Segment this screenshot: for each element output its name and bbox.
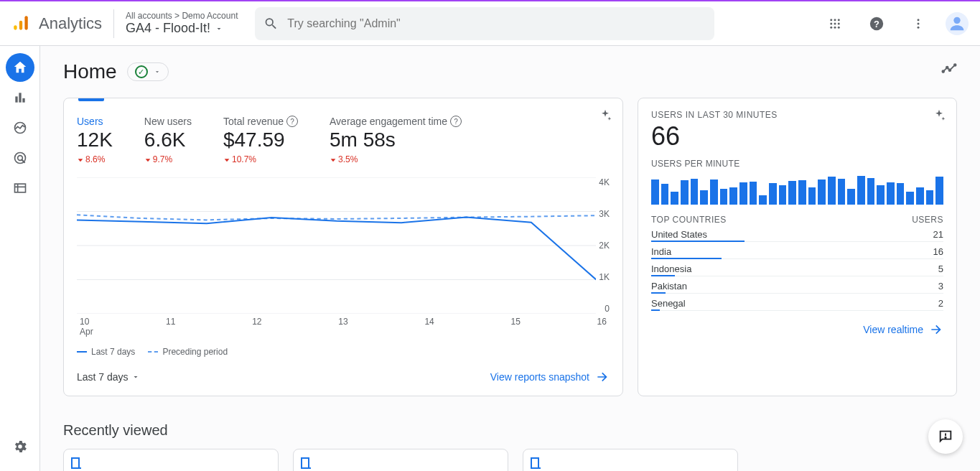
nav-admin-gear-icon[interactable] [6,432,34,461]
nav-configure[interactable] [6,174,34,202]
help-icon[interactable]: ? [286,116,298,127]
svg-point-4 [834,19,836,21]
insights-icon[interactable] [941,60,957,76]
active-metric-indicator [78,98,104,101]
svg-point-17 [953,17,960,23]
svg-point-11 [838,26,840,28]
svg-rect-20 [22,98,24,103]
top-countries-header: TOP COUNTRIES [651,215,727,225]
svg-point-30 [954,64,956,66]
nav-explore[interactable] [6,113,34,142]
analytics-logo-icon [11,14,30,33]
svg-point-7 [834,22,836,24]
sparkle-icon[interactable] [598,108,612,123]
recently-viewed-item[interactable] [63,449,279,471]
svg-rect-19 [19,93,21,102]
bookmark-icon [301,457,309,469]
help-icon[interactable]: ? [450,116,462,127]
legend-dash: Preceding period [162,347,228,357]
chevron-down-icon [154,68,161,75]
nav-reports[interactable] [6,83,34,112]
arrow-right-icon [929,322,943,337]
bookmark-icon [531,457,539,469]
view-realtime-link[interactable]: View realtime [863,322,943,337]
svg-text:?: ? [874,18,879,29]
country-row: Senegal2 [651,294,943,311]
header-divider [113,9,114,38]
legend-solid: Last 7 days [91,347,135,357]
svg-rect-1 [19,20,22,29]
date-range-dropdown[interactable]: Last 7 days [77,371,140,383]
sparkle-icon[interactable] [932,108,946,123]
avatar[interactable] [946,12,969,35]
property-name: GA4 - Flood-It! [126,21,210,36]
logo-area: Analytics [11,14,102,33]
country-row: Indonesia5 [651,259,943,276]
svg-point-16 [918,26,920,28]
chevron-down-icon [215,24,223,33]
svg-rect-24 [14,184,25,192]
realtime-heading: USERS IN LAST 30 MINUTES [651,110,943,120]
country-row: Pakistan3 [651,276,943,294]
realtime-value: 66 [651,121,943,151]
search-input[interactable] [287,17,706,30]
x-axis-month: Apr [77,327,610,337]
content-area: Home ✓ Users 12K 8.6%New users 6.6K 9.7%… [40,46,980,471]
trend-chart: 4K3K2K1K0 [77,177,610,314]
account-selector[interactable]: All accounts > Demo Account GA4 - Flood-… [126,11,238,36]
recently-viewed-item[interactable] [293,449,508,471]
users-per-minute-sparkline [651,173,943,205]
check-circle-icon: ✓ [135,65,148,78]
svg-point-28 [946,67,948,69]
app-header: Analytics All accounts > Demo Account GA… [0,0,980,46]
page-title: Home [63,60,117,83]
country-row: India16 [651,242,943,259]
svg-rect-18 [15,96,17,102]
metric-tab[interactable]: Average engagement time? 5m 58s 3.5% [330,116,462,164]
metric-tab[interactable]: New users 6.6K 9.7% [144,116,192,164]
apps-icon[interactable] [821,9,849,38]
realtime-card: USERS IN LAST 30 MINUTES 66 USERS PER MI… [638,98,957,396]
sidebar [0,46,40,471]
svg-point-29 [949,69,951,71]
help-icon[interactable]: ? [862,9,891,38]
svg-point-5 [838,19,840,21]
svg-point-37 [945,437,946,438]
account-breadcrumb: All accounts > Demo Account [126,11,238,21]
svg-point-6 [830,22,832,24]
product-name: Analytics [39,14,102,33]
nav-advertising[interactable] [6,144,34,172]
view-reports-link[interactable]: View reports snapshot [490,370,610,384]
users-column-header: USERS [912,215,943,225]
recently-viewed-item[interactable] [523,449,738,471]
svg-point-15 [918,22,920,24]
chart-legend: Last 7 days Preceding period [77,347,610,357]
svg-point-27 [942,70,944,73]
svg-point-8 [838,22,840,24]
country-row: United States21 [651,225,943,242]
overview-card: Users 12K 8.6%New users 6.6K 9.7%Total r… [63,98,623,396]
search-box[interactable] [255,7,714,40]
header-right: ? [821,9,969,38]
arrow-right-icon [595,370,610,384]
svg-point-14 [918,19,920,21]
svg-rect-0 [14,25,17,29]
metric-tab[interactable]: Total revenue? $47.59 10.7% [223,116,298,164]
metric-tab[interactable]: Users 12K 8.6% [77,116,113,164]
feedback-button[interactable] [928,419,963,454]
nav-home[interactable] [6,53,34,82]
more-vert-icon[interactable] [904,9,933,38]
search-icon [263,16,279,32]
users-per-minute-label: USERS PER MINUTE [651,159,943,169]
svg-point-10 [834,26,836,28]
recently-viewed-heading: Recently viewed [63,422,957,439]
svg-point-3 [830,19,832,21]
status-chip[interactable]: ✓ [127,62,169,81]
feedback-icon [938,429,953,444]
svg-rect-2 [24,16,27,29]
bookmark-icon [71,457,80,469]
chevron-down-icon [131,373,140,381]
svg-point-9 [830,26,832,28]
